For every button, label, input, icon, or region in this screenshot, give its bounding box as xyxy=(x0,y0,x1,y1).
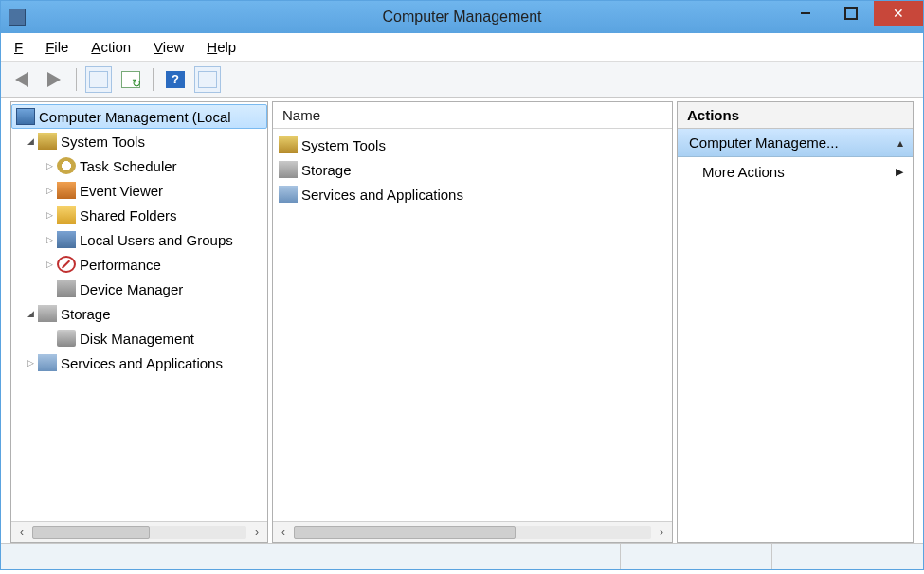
list-label: System Tools xyxy=(301,137,386,153)
tree-disk-management[interactable]: Disk Management xyxy=(11,326,267,350)
forward-button[interactable] xyxy=(41,66,67,93)
scroll-left-button[interactable]: ‹ xyxy=(273,523,294,542)
close-button[interactable] xyxy=(874,1,923,26)
arrow-right-icon xyxy=(47,72,61,87)
expander-icon[interactable] xyxy=(44,209,55,221)
list-hscroll[interactable]: ‹ › xyxy=(273,521,672,542)
scroll-right-button[interactable]: › xyxy=(246,523,267,542)
status-segment xyxy=(771,544,923,569)
actions-group-label: Computer Manageme... xyxy=(689,135,839,151)
device-icon xyxy=(57,280,76,297)
list-label: Storage xyxy=(301,162,352,178)
list-body[interactable]: System Tools Storage Services and Applic… xyxy=(273,129,672,521)
expander-icon[interactable] xyxy=(44,185,55,196)
computer-icon xyxy=(16,108,35,125)
list-panel: Name System Tools Storage Services and A… xyxy=(272,101,673,543)
storage-icon xyxy=(38,305,57,322)
export-button[interactable] xyxy=(118,66,144,93)
tree-label: Performance xyxy=(80,257,161,273)
minimize-button[interactable] xyxy=(783,1,828,26)
menu-file[interactable]: Fdocument.currentScript.previousElementS… xyxy=(14,39,23,55)
event-icon xyxy=(57,182,76,199)
storage-icon xyxy=(279,161,298,178)
tree-pane-icon xyxy=(89,71,108,88)
tree-label: Task Scheduler xyxy=(80,158,177,174)
tree-label: Shared Folders xyxy=(80,207,177,224)
disk-icon xyxy=(57,330,76,347)
back-button[interactable] xyxy=(9,66,35,93)
tree-hscroll[interactable]: ‹ › xyxy=(11,521,267,542)
menu-view[interactable]: View xyxy=(154,39,184,55)
tree-event-viewer[interactable]: Event Viewer xyxy=(11,178,267,203)
tree-local-users[interactable]: Local Users and Groups xyxy=(11,227,267,252)
menu-action[interactable]: Action xyxy=(91,39,131,55)
show-action-pane-button[interactable] xyxy=(194,66,221,93)
expander-icon[interactable] xyxy=(25,308,36,319)
expander-icon[interactable] xyxy=(44,160,55,171)
maximize-button[interactable] xyxy=(828,1,874,26)
tree-label: Storage xyxy=(61,306,111,322)
expander-icon[interactable] xyxy=(44,259,55,270)
status-segment xyxy=(1,544,620,569)
tree-panel: Computer Management (Local System Tools … xyxy=(10,101,268,543)
list-item-system-tools[interactable]: System Tools xyxy=(279,133,666,157)
app-icon xyxy=(9,9,26,26)
export-icon xyxy=(121,71,140,88)
list-item-storage[interactable]: Storage xyxy=(279,157,666,182)
actions-header-label: Actions xyxy=(687,107,739,123)
menu-file[interactable]: File xyxy=(45,39,68,55)
tree-label: System Tools xyxy=(61,134,145,150)
scroll-track[interactable] xyxy=(294,526,651,539)
tree-system-tools[interactable]: System Tools xyxy=(11,129,267,153)
tree-view[interactable]: Computer Management (Local System Tools … xyxy=(11,102,267,521)
scroll-track[interactable] xyxy=(32,526,246,539)
statusbar xyxy=(1,543,923,569)
tree-root[interactable]: Computer Management (Local xyxy=(11,104,267,129)
tree-performance[interactable]: Performance xyxy=(11,252,267,277)
actions-group-title[interactable]: Computer Manageme... xyxy=(678,129,913,157)
tools-icon xyxy=(279,136,298,153)
scroll-left-button[interactable]: ‹ xyxy=(11,523,32,542)
scroll-thumb[interactable] xyxy=(32,526,150,539)
help-icon xyxy=(166,71,185,88)
scroll-thumb[interactable] xyxy=(294,526,516,539)
tree-label: Device Manager xyxy=(80,281,183,297)
tree-storage[interactable]: Storage xyxy=(11,301,267,326)
menu-help[interactable]: Help xyxy=(207,39,236,55)
tree-label: Disk Management xyxy=(80,331,194,347)
folder-icon xyxy=(57,206,76,224)
arrow-left-icon xyxy=(15,72,28,87)
toolbar-separator xyxy=(76,68,77,91)
services-icon xyxy=(38,354,57,371)
toolbar-separator xyxy=(153,68,154,91)
show-hide-tree-button[interactable] xyxy=(85,66,112,93)
actions-header: Actions xyxy=(678,102,913,129)
tree-shared-folders[interactable]: Shared Folders xyxy=(11,203,267,227)
expander-icon[interactable] xyxy=(44,234,55,245)
tree-label: Event Viewer xyxy=(80,183,163,199)
actions-panel: Actions Computer Manageme... More Action… xyxy=(677,101,914,543)
titlebar[interactable]: Computer Management xyxy=(1,1,923,33)
clock-icon xyxy=(57,157,76,174)
tools-icon xyxy=(38,133,57,150)
services-icon xyxy=(279,186,298,203)
list-item-services-apps[interactable]: Services and Applications xyxy=(279,182,666,206)
tree-task-scheduler[interactable]: Task Scheduler xyxy=(11,153,267,178)
expander-icon[interactable] xyxy=(25,135,36,147)
tree-device-manager[interactable]: Device Manager xyxy=(11,277,267,301)
column-name-label: Name xyxy=(282,107,320,123)
action-more-actions[interactable]: More Actions xyxy=(678,157,913,186)
toolbar xyxy=(1,62,923,98)
list-label: Services and Applications xyxy=(301,187,463,203)
tree-label: Services and Applications xyxy=(61,355,223,371)
scroll-right-button[interactable]: › xyxy=(651,523,672,542)
help-button[interactable] xyxy=(162,66,189,93)
list-column-header[interactable]: Name xyxy=(273,102,672,129)
performance-icon xyxy=(57,256,76,273)
tree-services-apps[interactable]: Services and Applications xyxy=(11,350,267,375)
menubar: Fdocument.currentScript.previousElementS… xyxy=(1,33,923,62)
action-pane-icon xyxy=(198,71,217,88)
tree-label: Computer Management (Local xyxy=(39,109,231,125)
status-segment xyxy=(620,544,771,569)
expander-icon[interactable] xyxy=(25,357,36,368)
